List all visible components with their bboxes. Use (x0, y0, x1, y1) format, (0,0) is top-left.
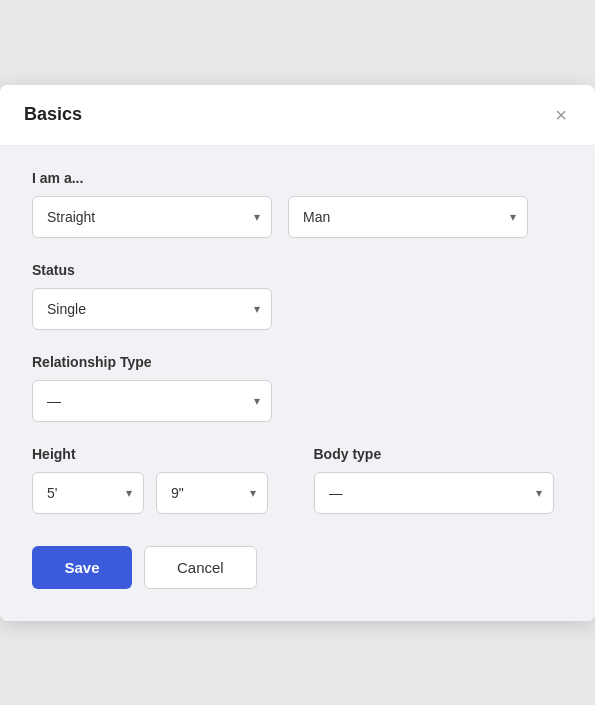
orientation-select-wrapper: Straight Gay Bisexual Other ▾ (32, 196, 272, 238)
height-bodytype-row: Height 4' 5' 6' 7' ▾ 0" (32, 446, 563, 514)
height-inputs-row: 4' 5' 6' 7' ▾ 0" 1" 2" 3" 4" (32, 472, 282, 514)
height-inches-select[interactable]: 0" 1" 2" 3" 4" 5" 6" 7" 8" 9" 10" 11" (156, 472, 268, 514)
modal-body: I am a... Straight Gay Bisexual Other ▾ … (0, 146, 595, 546)
relationship-type-select[interactable]: — Monogamous Non-monogamous Open relatio… (32, 380, 272, 422)
modal-header: Basics × (0, 85, 595, 146)
status-select[interactable]: Single In a relationship Married Divorce… (32, 288, 272, 330)
orientation-label: I am a... (32, 170, 563, 186)
body-type-select-wrapper: — Slim Athletic Average Curvy Full figur… (314, 472, 554, 514)
gender-select[interactable]: Man Woman Non-binary (288, 196, 528, 238)
status-select-wrapper: Single In a relationship Married Divorce… (32, 288, 272, 330)
body-type-col: Body type — Slim Athletic Average Curvy … (314, 446, 564, 514)
save-button[interactable]: Save (32, 546, 132, 589)
body-type-select[interactable]: — Slim Athletic Average Curvy Full figur… (314, 472, 554, 514)
modal-footer: Save Cancel (0, 546, 595, 621)
orientation-row: Straight Gay Bisexual Other ▾ Man Woman … (32, 196, 563, 238)
modal: Basics × I am a... Straight Gay Bisexual… (0, 85, 595, 621)
status-label: Status (32, 262, 563, 278)
status-section: Status Single In a relationship Married … (32, 262, 563, 330)
height-feet-wrapper: 4' 5' 6' 7' ▾ (32, 472, 144, 514)
orientation-section: I am a... Straight Gay Bisexual Other ▾ … (32, 170, 563, 238)
cancel-button[interactable]: Cancel (144, 546, 257, 589)
height-col: Height 4' 5' 6' 7' ▾ 0" (32, 446, 282, 514)
body-type-label: Body type (314, 446, 564, 462)
gender-select-wrapper: Man Woman Non-binary ▾ (288, 196, 528, 238)
close-button[interactable]: × (551, 101, 571, 129)
height-feet-select[interactable]: 4' 5' 6' 7' (32, 472, 144, 514)
height-inches-wrapper: 0" 1" 2" 3" 4" 5" 6" 7" 8" 9" 10" 11" (156, 472, 268, 514)
relationship-type-select-wrapper: — Monogamous Non-monogamous Open relatio… (32, 380, 272, 422)
orientation-select[interactable]: Straight Gay Bisexual Other (32, 196, 272, 238)
relationship-type-label: Relationship Type (32, 354, 563, 370)
height-label: Height (32, 446, 282, 462)
relationship-type-section: Relationship Type — Monogamous Non-monog… (32, 354, 563, 422)
modal-title: Basics (24, 104, 82, 125)
